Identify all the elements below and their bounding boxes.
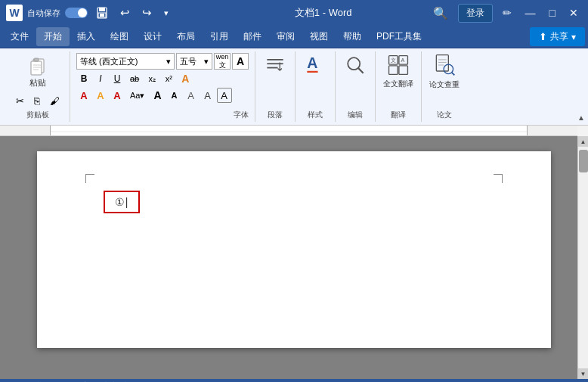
minimize-button[interactable]: — bbox=[521, 5, 540, 20]
menu-item-draw[interactable]: 绘图 bbox=[103, 27, 136, 46]
font-row-2: B I U ab x₂ x² A bbox=[76, 71, 249, 86]
scrollbar[interactable]: ▲ ▼ bbox=[577, 136, 588, 379]
wen-icon[interactable]: wen文 bbox=[214, 53, 231, 70]
close-button[interactable]: ✕ bbox=[565, 5, 582, 20]
undo-button[interactable]: ↩ bbox=[116, 5, 134, 21]
menu-item-review[interactable]: 审阅 bbox=[269, 27, 302, 46]
svg-rect-20 bbox=[436, 55, 448, 71]
strikethrough-button[interactable]: ab bbox=[126, 71, 143, 86]
font-row-1: 等线 (西文正文) ▾ 五号 ▾ wen文 A bbox=[76, 53, 249, 70]
styles-icon: A bbox=[303, 53, 327, 77]
menu-item-pdf[interactable]: PDF工具集 bbox=[369, 27, 429, 46]
bold-button[interactable]: B bbox=[76, 71, 91, 86]
paragraph-group: 段落 bbox=[255, 51, 296, 122]
font-rows: 等线 (西文正文) ▾ 五号 ▾ wen文 A B I U ab x₂ x² bbox=[76, 53, 249, 108]
svg-text:A: A bbox=[401, 57, 405, 64]
customize-qat-button[interactable]: ▾ bbox=[160, 7, 172, 20]
menu-item-design[interactable]: 设计 bbox=[136, 27, 169, 46]
text-effect-button[interactable]: A bbox=[184, 88, 199, 103]
font-name-text: 等线 (西文正文) bbox=[80, 56, 138, 67]
menu-item-home[interactable]: 开始 bbox=[36, 27, 70, 46]
status-bar: 第1页，共1页 0个字 中文(中国) bbox=[0, 379, 588, 382]
text-color-button[interactable]: A bbox=[110, 88, 125, 103]
paste-svg-icon bbox=[27, 56, 48, 77]
font-name-selector[interactable]: 等线 (西文正文) ▾ bbox=[76, 53, 175, 70]
clipboard-content: 粘贴 ✂ ⎘ 🖌 bbox=[12, 53, 63, 108]
share-button[interactable]: ⬆ 共享 ▾ bbox=[530, 27, 585, 46]
word-logo-icon: W bbox=[6, 5, 23, 21]
save-button[interactable] bbox=[92, 5, 112, 20]
editing-group: 编辑 bbox=[336, 51, 376, 122]
scroll-thumb[interactable] bbox=[579, 150, 588, 172]
font-size-selector[interactable]: 五号 ▾ bbox=[176, 53, 212, 70]
redo-button[interactable]: ↪ bbox=[138, 5, 156, 21]
paragraph-label: 段落 bbox=[268, 110, 283, 120]
italic-button[interactable]: I bbox=[93, 71, 108, 86]
editing-svg-icon bbox=[343, 51, 367, 79]
paste-icon bbox=[27, 56, 48, 77]
font-label: 字体 bbox=[234, 110, 249, 120]
font-decrease-button[interactable]: A bbox=[167, 88, 182, 103]
menu-item-help[interactable]: 帮助 bbox=[336, 27, 369, 46]
svg-rect-17 bbox=[399, 66, 408, 75]
restore-button[interactable]: □ bbox=[546, 5, 559, 20]
font-increase-button[interactable]: A bbox=[150, 88, 165, 103]
font-row-3: A A A Aa▾ A A A A A bbox=[76, 88, 249, 103]
main-area: ①| ▲ ▼ bbox=[0, 126, 588, 379]
paste-button[interactable]: 粘贴 bbox=[23, 53, 53, 92]
menu-item-mailings[interactable]: 邮件 bbox=[236, 27, 269, 46]
menu-item-view[interactable]: 视图 bbox=[302, 27, 336, 46]
char-shading-button[interactable]: A bbox=[200, 88, 215, 103]
document-area[interactable]: ①| bbox=[0, 136, 588, 379]
clear-format-A-icon[interactable]: A bbox=[232, 53, 249, 70]
font-color-button[interactable]: A bbox=[76, 88, 91, 103]
svg-rect-5 bbox=[31, 61, 42, 75]
scroll-down-button[interactable]: ▼ bbox=[578, 368, 589, 379]
text-cursor-box[interactable]: ①| bbox=[104, 191, 140, 213]
menu-item-layout[interactable]: 布局 bbox=[169, 27, 203, 46]
paragraph-icon bbox=[263, 53, 287, 77]
subscript-button[interactable]: x₂ bbox=[144, 71, 159, 86]
font-size-chevron: ▾ bbox=[204, 57, 209, 67]
translate-icon: 文 A bbox=[386, 53, 410, 77]
menu-bar: 文件 开始 插入 绘图 设计 布局 引用 邮件 审阅 视图 帮助 PDF工具集 … bbox=[0, 26, 588, 48]
underline-button[interactable]: U bbox=[110, 71, 125, 86]
copy-button[interactable]: ⎘ bbox=[29, 93, 45, 108]
cut-button[interactable]: ✂ bbox=[12, 93, 28, 108]
svg-line-13 bbox=[358, 68, 364, 73]
autosave-toggle[interactable] bbox=[65, 8, 88, 18]
styles-label: 样式 bbox=[308, 110, 323, 120]
menu-item-references[interactable]: 引用 bbox=[203, 27, 236, 46]
paragraph-svg-icon bbox=[263, 51, 287, 79]
essay-label: 论文 bbox=[437, 110, 452, 120]
char-border-button[interactable]: A bbox=[217, 88, 232, 103]
editing-icon bbox=[343, 53, 367, 77]
svg-rect-16 bbox=[389, 66, 398, 75]
save-icon bbox=[96, 7, 108, 19]
case-change-button[interactable]: Aa▾ bbox=[126, 88, 148, 103]
login-button[interactable]: 登录 bbox=[458, 4, 493, 23]
title-bar: W 自动保存 ↩ ↪ ▾ 文档1 - Word 🔍 登录 ✏ — □ ✕ bbox=[0, 0, 588, 26]
ruler-ticks bbox=[51, 128, 527, 135]
format-painter-button[interactable]: 🖌 bbox=[46, 93, 63, 108]
highlight-color-button[interactable]: A bbox=[93, 88, 108, 103]
essay-icon bbox=[432, 53, 456, 77]
essay-check-label: 论文查重 bbox=[429, 80, 460, 89]
full-translate-label: 全文翻译 bbox=[383, 79, 413, 89]
share-icon: ⬆ bbox=[539, 31, 547, 42]
styles-svg-icon: A bbox=[303, 51, 327, 79]
ribbon-collapse-button[interactable]: ▲ bbox=[577, 113, 585, 122]
ruler bbox=[0, 126, 577, 136]
font-group: 等线 (西文正文) ▾ 五号 ▾ wen文 A B I U ab x₂ x² bbox=[70, 51, 255, 122]
menu-item-insert[interactable]: 插入 bbox=[70, 27, 103, 46]
search-button[interactable]: 🔍 bbox=[429, 5, 452, 22]
clear-format-button[interactable]: A bbox=[178, 71, 193, 86]
superscript-button[interactable]: x² bbox=[161, 71, 176, 86]
document-page: ①| bbox=[37, 151, 551, 348]
menu-item-file[interactable]: 文件 bbox=[3, 27, 36, 46]
edit-icon-button[interactable]: ✏ bbox=[499, 5, 515, 20]
share-label: 共享 bbox=[550, 30, 568, 43]
title-text: 文档1 - Word bbox=[295, 7, 352, 18]
svg-line-25 bbox=[452, 73, 455, 76]
scroll-up-button[interactable]: ▲ bbox=[578, 136, 589, 147]
